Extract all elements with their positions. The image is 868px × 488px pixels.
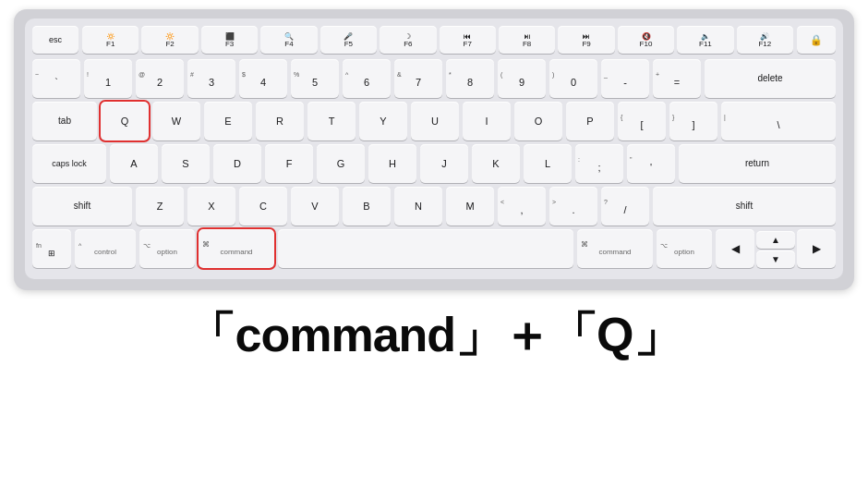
key-shift-right[interactable]: shift [653, 187, 836, 226]
key-n[interactable]: N [394, 187, 442, 226]
key-s[interactable]: S [162, 144, 210, 183]
key-return[interactable]: return [679, 144, 836, 183]
key-lock[interactable]: 🔒 [797, 26, 836, 54]
key-arrow-left[interactable]: ◀ [716, 229, 754, 268]
key-k[interactable]: K [472, 144, 520, 183]
key-f4[interactable]: 🔍 F4 [260, 26, 317, 54]
keyboard-wrapper: esc 🔅 F1 🔆 F2 ⬛ F3 🔍 F4 [14, 9, 854, 290]
key-f5[interactable]: 🎤 F5 [320, 26, 377, 54]
key-comma[interactable]: < , [498, 187, 546, 226]
keyboard-body: esc 🔅 F1 🔆 F2 ⬛ F3 🔍 F4 [25, 18, 843, 279]
fn-row: esc 🔅 F1 🔆 F2 ⬛ F3 🔍 F4 [32, 26, 836, 54]
key-control[interactable]: ^ control [75, 229, 136, 268]
key-u[interactable]: U [411, 102, 459, 140]
key-l[interactable]: L [524, 144, 572, 183]
key-command-right[interactable]: ⌘ command [577, 229, 653, 268]
key-x[interactable]: X [187, 187, 235, 226]
fn-keys-group: 🔅 F1 🔆 F2 ⬛ F3 🔍 F4 🎤 F5 [82, 26, 793, 54]
key-p[interactable]: P [566, 102, 614, 140]
key-f[interactable]: F [265, 144, 313, 183]
key-v[interactable]: V [291, 187, 339, 226]
key-slash[interactable]: ? / [601, 187, 649, 226]
key-c[interactable]: C [239, 187, 287, 226]
key-delete[interactable]: delete [705, 59, 836, 98]
key-esc[interactable]: esc [32, 26, 78, 54]
key-f1[interactable]: 🔅 F1 [82, 26, 139, 54]
key-8[interactable]: * 8 [446, 59, 494, 98]
arrow-up-down: ▲ ▼ [756, 231, 795, 268]
shortcut-text: 「command」＋「Q」 [187, 303, 680, 368]
key-fn[interactable]: fn ⊞ [32, 229, 71, 268]
key-arrow-up[interactable]: ▲ [756, 231, 795, 249]
key-space[interactable] [278, 229, 573, 268]
caps-row: caps lock A S D F G H J [32, 144, 836, 183]
key-f9[interactable]: ⏭ F9 [558, 26, 614, 54]
key-2[interactable]: @ 2 [136, 59, 184, 98]
key-j[interactable]: J [420, 144, 468, 183]
key-f12[interactable]: 🔊 F12 [737, 26, 793, 54]
key-semicolon[interactable]: : ; [575, 144, 623, 183]
key-q[interactable]: Q [101, 102, 149, 140]
key-capslock[interactable]: caps lock [32, 144, 106, 183]
key-h[interactable]: H [368, 144, 416, 183]
shortcut-label: 「command」＋「Q」 [187, 303, 680, 368]
key-f2[interactable]: 🔆 F2 [141, 26, 198, 54]
key-w[interactable]: W [152, 102, 200, 140]
key-r[interactable]: R [256, 102, 304, 140]
key-5[interactable]: % 5 [291, 59, 339, 98]
key-f3[interactable]: ⬛ F3 [201, 26, 258, 54]
key-1[interactable]: ! 1 [84, 59, 132, 98]
key-y[interactable]: Y [359, 102, 407, 140]
key-o[interactable]: O [514, 102, 562, 140]
key-minus[interactable]: _ - [601, 59, 649, 98]
shift-row: shift Z X C V B N M < [32, 187, 836, 226]
num-row: ~ ` ! 1 @ 2 # 3 $ 4 % 5 [32, 59, 836, 98]
key-3[interactable]: # 3 [187, 59, 235, 98]
key-f11[interactable]: 🔈 F11 [677, 26, 733, 54]
key-backslash[interactable]: | \ [721, 102, 836, 140]
key-7[interactable]: & 7 [394, 59, 442, 98]
key-period[interactable]: > . [549, 187, 597, 226]
key-i[interactable]: I [463, 102, 511, 140]
tab-row: tab Q W E R T Y U I [32, 102, 836, 140]
key-equals[interactable]: + = [653, 59, 701, 98]
key-z[interactable]: Z [136, 187, 184, 226]
key-d[interactable]: D [213, 144, 261, 183]
key-arrow-down[interactable]: ▼ [756, 250, 795, 268]
key-b[interactable]: B [343, 187, 391, 226]
key-lbracket[interactable]: { [ [618, 102, 666, 140]
key-a[interactable]: A [110, 144, 158, 183]
key-f7[interactable]: ⏮ F7 [440, 26, 496, 54]
key-f6[interactable]: ☽ F6 [380, 26, 436, 54]
key-tab[interactable]: tab [32, 102, 97, 140]
key-command-left[interactable]: ⌘ command [199, 229, 274, 268]
key-t[interactable]: T [307, 102, 356, 140]
key-rbracket[interactable]: } ] [669, 102, 717, 140]
key-option-left[interactable]: ⌥ option [139, 229, 195, 268]
key-e[interactable]: E [204, 102, 252, 140]
key-option-right[interactable]: ⌥ option [657, 229, 712, 268]
key-quote[interactable]: " ' [627, 144, 675, 183]
key-4[interactable]: $ 4 [239, 59, 287, 98]
key-0[interactable]: ) 0 [549, 59, 597, 98]
key-shift-left[interactable]: shift [32, 187, 132, 226]
key-g[interactable]: G [317, 144, 365, 183]
arrow-keys: ◀ ▲ ▼ ▶ [716, 229, 836, 268]
key-6[interactable]: ^ 6 [343, 59, 391, 98]
key-m[interactable]: M [446, 187, 494, 226]
key-tilde[interactable]: ~ ` [32, 59, 80, 98]
key-9[interactable]: ( 9 [498, 59, 546, 98]
key-arrow-right[interactable]: ▶ [797, 229, 836, 268]
key-f10[interactable]: 🔇 F10 [618, 26, 674, 54]
key-f8[interactable]: ⏯ F8 [499, 26, 555, 54]
bottom-row: fn ⊞ ^ control ⌥ option ⌘ command ⌘ comm… [32, 229, 836, 268]
